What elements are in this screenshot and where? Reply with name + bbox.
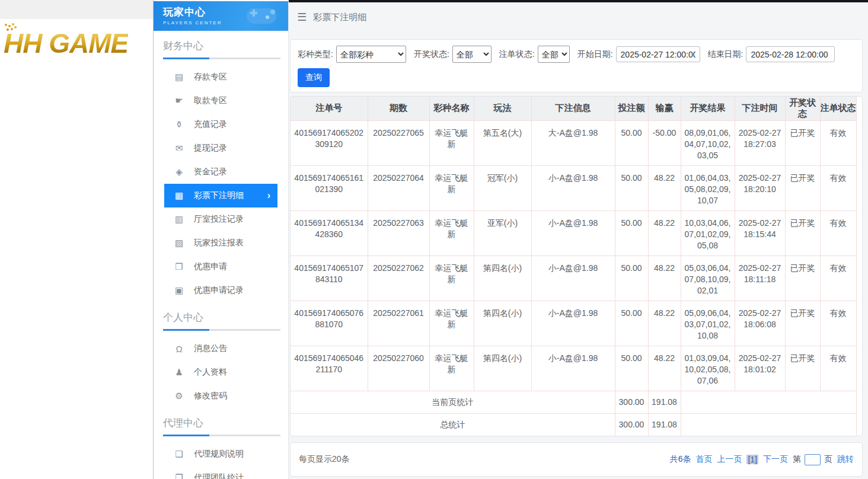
- sidebar-item-profile[interactable]: ♟ 个人资料: [164, 360, 277, 384]
- summary-bet-total: 300.00: [615, 391, 648, 413]
- cell-play: 亚军(小): [474, 210, 531, 256]
- logo-top-strip: [0, 0, 153, 19]
- agent-menu: ❏ 代理规则说明 ❐ 代理团队统计: [164, 442, 277, 479]
- table-row: 401569174065107843110 20250227062 幸运飞艇新 …: [291, 256, 856, 301]
- sidebar: 玩家中心 PLAYERS CENTER 财务中心 ▤ 存款专区 ☛ 取款专区 ⚱…: [153, 0, 289, 479]
- cell-bet-amount: 50.00: [615, 120, 648, 165]
- sidebar-item-withdraw-record[interactable]: ✉ 提现记录: [164, 136, 277, 160]
- sidebar-item-recharge-record[interactable]: ⚱ 充值记录: [164, 113, 277, 136]
- table-row: 401569174065046211170 20250227060 幸运飞艇新 …: [291, 346, 856, 391]
- bet-detail-table-card: 注单号 期数 彩种名称 玩法 下注信息 投注额 输赢 开奖结果 下注时间 开奖状…: [290, 96, 863, 436]
- cell-order-no: 401569174065076881070: [291, 301, 368, 346]
- hamburger-menu-icon[interactable]: ☰: [297, 12, 307, 23]
- promo-record-icon: ▣: [173, 285, 186, 296]
- cell-issue: 20250227060: [368, 346, 429, 391]
- draw-status-label: 开奖状态:: [414, 49, 449, 60]
- cell-win-loss: 48.22: [648, 346, 681, 391]
- table-row: 401569174065202309120 20250227065 幸运飞艇新 …: [291, 120, 856, 165]
- cell-win-loss: 48.22: [648, 165, 681, 210]
- cell-order-no: 401569174065202309120: [291, 120, 368, 165]
- cell-issue: 20250227063: [368, 210, 429, 256]
- current-page-indicator: [1]: [746, 455, 758, 464]
- grand-total-summary-row: 总统计 300.00 191.08: [291, 413, 856, 436]
- cell-bet-amount: 50.00: [615, 210, 648, 256]
- col-issue: 期数: [368, 97, 429, 120]
- jump-suffix-text: 页: [824, 454, 832, 465]
- sidebar-item-agent-team-stats[interactable]: ❐ 代理团队统计: [164, 466, 277, 479]
- order-status-label: 注单状态:: [499, 49, 535, 60]
- col-draw-status: 开奖状态: [785, 97, 820, 120]
- sidebar-item-notice[interactable]: Ω 消息公告: [164, 337, 277, 360]
- document-icon: ❏: [173, 449, 186, 459]
- sidebar-item-hall-bet-record[interactable]: ▥ 厅室投注记录: [164, 207, 277, 231]
- cell-order-status: 有效: [820, 256, 856, 301]
- main-area: ☰ 彩票下注明细 彩种类型: 全部彩种 开奖状态: 全部 注单状态: 全部 开始…: [289, 0, 868, 479]
- ledger-icon: ▦: [173, 190, 186, 201]
- cell-lottery-name: 幸运飞艇新: [429, 165, 474, 210]
- next-page-link[interactable]: 下一页: [763, 454, 788, 465]
- gift-icon: ❒: [173, 261, 186, 272]
- jump-prefix-text: 第: [793, 454, 801, 465]
- page-number-input[interactable]: [805, 454, 821, 465]
- cell-order-status: 有效: [820, 165, 856, 210]
- query-button[interactable]: 查询: [298, 68, 330, 87]
- cell-lottery-name: 幸运飞艇新: [429, 210, 474, 256]
- section-underline: [163, 58, 280, 59]
- sidebar-item-lottery-bet-detail[interactable]: ▦ 彩票下注明细 ›: [164, 184, 277, 207]
- col-win-loss: 输赢: [648, 97, 681, 120]
- cell-play: 第四名(小): [474, 256, 531, 301]
- lottery-type-label: 彩种类型:: [298, 49, 333, 60]
- deposit-card-icon: ▤: [173, 72, 186, 82]
- sidebar-item-withdraw[interactable]: ☛ 取款专区: [164, 89, 277, 113]
- cell-bet-info: 小-A盘@1.98: [531, 256, 615, 301]
- cell-bet-info: 小-A盘@1.98: [531, 301, 615, 346]
- start-date-input[interactable]: [616, 46, 700, 62]
- section-agent-label: 代理中心: [163, 416, 279, 430]
- sidebar-item-deposit[interactable]: ▤ 存款专区: [164, 65, 277, 89]
- sidebar-item-player-bet-report[interactable]: ▨ 玩家投注报表: [164, 231, 277, 255]
- table-row: 401569174065076881070 20250227061 幸运飞艇新 …: [291, 301, 856, 346]
- sidebar-item-funds-record[interactable]: ◈ 资金记录: [164, 160, 277, 184]
- section-agent: 代理中心: [163, 416, 279, 436]
- sidebar-item-agent-rules[interactable]: ❏ 代理规则说明: [164, 442, 277, 466]
- first-page-link[interactable]: 首页: [695, 454, 712, 465]
- cell-play: 第五名(大): [474, 120, 531, 165]
- cell-bet-time: 2025-02-27 18:20:10: [735, 165, 785, 210]
- gamepad-icon: [243, 4, 280, 27]
- cell-draw-result: 01,03,09,04,10,02,05,08,07,06: [681, 346, 735, 391]
- draw-status-select[interactable]: 全部: [452, 46, 492, 63]
- section-underline: [163, 435, 280, 436]
- page-title: 彩票下注明细: [313, 12, 366, 23]
- report-chart-icon: ▨: [173, 238, 186, 248]
- order-status-select[interactable]: 全部: [538, 46, 570, 63]
- cell-bet-amount: 50.00: [615, 165, 648, 210]
- cell-order-status: 有效: [820, 346, 856, 391]
- summary-winloss-total: 191.08: [648, 413, 681, 436]
- prev-page-link[interactable]: 上一页: [717, 454, 742, 465]
- content: 彩种类型: 全部彩种 开奖状态: 全部 注单状态: 全部 开始日期: 结束日期:…: [289, 39, 868, 477]
- sidebar-item-promo-apply-record[interactable]: ▣ 优惠申请记录: [164, 279, 277, 302]
- per-page-text: 每页显示20条: [299, 454, 350, 465]
- end-date-input[interactable]: [746, 46, 835, 62]
- cell-order-status: 有效: [820, 301, 856, 346]
- cell-issue: 20250227065: [368, 120, 429, 165]
- cell-order-no: 401569174065107843110: [291, 256, 368, 301]
- cell-order-status: 有效: [820, 210, 856, 256]
- section-finance-label: 财务中心: [163, 39, 279, 53]
- cell-bet-amount: 50.00: [615, 346, 648, 391]
- stats-book-icon: ❐: [173, 472, 186, 479]
- logo-pane: HH GAME: [0, 0, 153, 479]
- cell-issue: 20250227064: [368, 165, 429, 210]
- jump-link[interactable]: 跳转: [837, 454, 854, 465]
- sidebar-item-change-password[interactable]: ⚙ 修改密码: [164, 384, 277, 408]
- lottery-type-select[interactable]: 全部彩种: [336, 46, 406, 63]
- cell-bet-time: 2025-02-27 18:01:02: [735, 346, 785, 391]
- gear-icon: ⚙: [173, 391, 186, 401]
- cell-issue: 20250227062: [368, 256, 429, 301]
- cell-draw-result: 08,09,01,06,04,07,10,02,03,05: [681, 120, 735, 165]
- funds-icon: ◈: [173, 167, 186, 177]
- withdraw-hand-icon: ☛: [173, 95, 186, 106]
- sidebar-item-promo-apply[interactable]: ❒ 优惠申请: [164, 255, 277, 279]
- col-order-no: 注单号: [291, 97, 368, 120]
- col-bet-amount: 投注额: [615, 97, 648, 120]
